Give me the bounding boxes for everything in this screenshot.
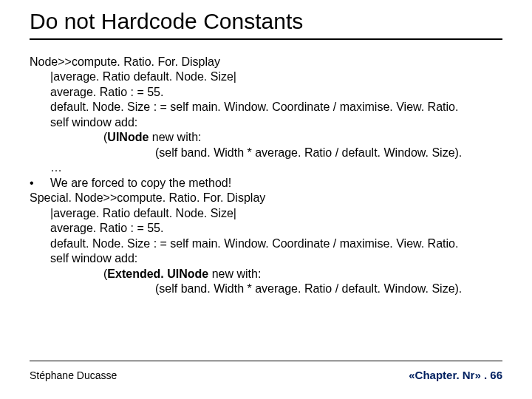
footer-rule [30, 361, 502, 361]
code2-l6-bold: Extended. UINode [107, 267, 208, 280]
code1-l2: |average. Ratio default. Node. Size| [30, 69, 502, 84]
code1-l5: self window add: [30, 115, 502, 130]
code1-l1: Node>>compute. Ratio. For. Display [30, 55, 502, 69]
code2-l6: (Extended. UINode new with: [30, 267, 502, 282]
code1-l7: (self band. Width * average. Ratio / def… [30, 146, 502, 160]
slide-title: Do not Hardcode Constants [30, 9, 502, 34]
code2-l2: |average. Ratio default. Node. Size| [30, 206, 502, 221]
code1-l8: … [30, 160, 502, 175]
code2-l1: Special. Node>>compute. Ratio. For. Disp… [30, 191, 502, 205]
bullet-mark: • [30, 176, 50, 191]
bullet-row: • We are forced to copy the method! [30, 176, 502, 191]
title-area: Do not Hardcode Constants [30, 9, 502, 40]
code2-l7: (self band. Width * average. Ratio / def… [30, 282, 502, 296]
code2-l5: self window add: [30, 251, 502, 266]
code1-l4: default. Node. Size : = self main. Windo… [30, 100, 502, 115]
code1-l3: average. Ratio : = 55. [30, 85, 502, 100]
code2-l4: default. Node. Size : = self main. Windo… [30, 236, 502, 251]
code1-l6-post: new with: [149, 131, 201, 143]
slide-body: Node>>compute. Ratio. For. Display |aver… [30, 55, 502, 297]
code1-l6: (UINode new with: [30, 130, 502, 145]
footer-author: Stéphane Ducasse [30, 369, 117, 381]
footer: Stéphane Ducasse «Chapter. Nr» . 66 [30, 361, 502, 381]
title-underline [30, 38, 502, 40]
footer-row: Stéphane Ducasse «Chapter. Nr» . 66 [30, 369, 502, 381]
code2-l3: average. Ratio : = 55. [30, 221, 502, 236]
footer-pager: «Chapter. Nr» . 66 [409, 369, 502, 381]
code1-l6-bold: UINode [107, 131, 149, 143]
bullet-text: We are forced to copy the method! [50, 176, 231, 191]
code2-l6-post: new with: [208, 267, 261, 280]
